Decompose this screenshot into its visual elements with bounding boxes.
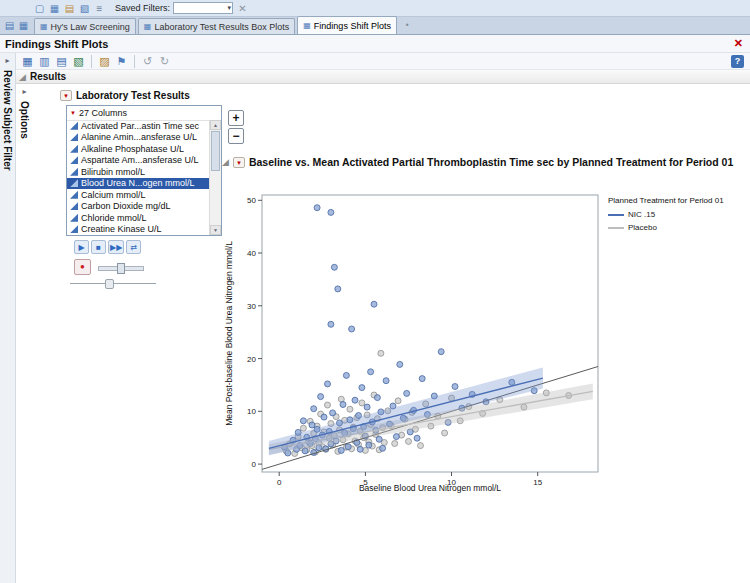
list-item-bilirubin-mmol-l[interactable]: Bilirubin mmol/L — [67, 166, 210, 178]
clear-filter-icon[interactable]: ✕ — [236, 2, 249, 15]
legend-line-swatch — [608, 214, 624, 216]
list-item-creatine-kinase-u-l[interactable]: Creatine Kinase U/L — [67, 224, 210, 236]
toolbar-separator — [134, 55, 135, 68]
window-list-icon[interactable]: ▦ — [17, 19, 30, 32]
continuous-column-icon — [70, 191, 78, 199]
tab-laboratory-test-results-box-plots[interactable]: ▦Laboratory Test Results Box Plots — [138, 18, 295, 34]
dropdown-arrow-icon: ▾ — [228, 4, 233, 12]
expand-options-button[interactable]: ▸ — [22, 87, 26, 96]
svg-text:10: 10 — [247, 407, 256, 416]
column-label: Activated Par...astin Time sec — [81, 121, 199, 131]
list-item-activated-par-astin-time-sec[interactable]: Activated Par...astin Time sec — [67, 120, 210, 132]
continuous-column-icon — [70, 156, 78, 164]
list-item-chloride-mmol-l[interactable]: Chloride mmol/L — [67, 212, 210, 224]
legend-items: NIC .15Placebo — [608, 210, 750, 232]
loop-button[interactable]: ⇄ — [126, 240, 141, 254]
expand-review-filter-button[interactable]: ▸ — [5, 56, 9, 65]
help-icon[interactable]: ? — [731, 55, 744, 68]
column-label: Aspartate Am...ansferase U/L — [81, 155, 199, 165]
review-subject-filter-label: Review Subject Filter — [2, 70, 13, 171]
columns-count-label: 27 Columns — [79, 108, 127, 118]
legend-title: Planned Treatment for Period 01 — [608, 196, 750, 205]
record-button[interactable]: ● — [74, 259, 91, 275]
red-triangle-menu-icon[interactable]: ▼ — [60, 90, 72, 101]
column-list-box: ▼ 27 Columns Activated Par...astin Time … — [66, 105, 222, 236]
animation-controls: ▶■▶▶⇄ — [74, 240, 141, 254]
step-button[interactable]: ▶▶ — [108, 240, 124, 254]
new-window-icon[interactable]: ▢ — [33, 2, 46, 15]
review-subject-filter-panel: ▸ Review Subject Filter — [0, 53, 16, 583]
position-slider[interactable] — [70, 279, 156, 288]
top-toolbar-icons: ▢▦▤▧≡ — [33, 2, 106, 15]
scroll-up-icon[interactable]: ▲ — [210, 120, 221, 130]
chart-title: Baseline vs. Mean Activated Partial Thro… — [249, 156, 733, 168]
report-toolbar-icons: ▦▥▤▧▨⚑↺↻ — [20, 54, 172, 69]
journal-tab-icon[interactable]: ▤ — [3, 19, 16, 32]
column-list: Activated Par...astin Time secAlanine Am… — [67, 120, 210, 235]
journal-icon[interactable]: ▤ — [63, 2, 76, 15]
add-column-button[interactable]: + — [228, 110, 244, 126]
refresh-icon[interactable]: ↻ — [157, 54, 172, 69]
report-tab-icon: ▦ — [144, 22, 152, 31]
svg-text:0: 0 — [252, 460, 257, 469]
scatter-plot[interactable]: 05101501020304050Baseline Blood Urea Nit… — [220, 182, 602, 498]
disclosure-triangle-icon[interactable]: ◢ — [222, 157, 229, 167]
svg-text:15: 15 — [533, 478, 542, 487]
play-button[interactable]: ▶ — [74, 240, 89, 254]
close-button[interactable]: ✕ — [734, 37, 743, 50]
scrollbar-thumb[interactable] — [211, 131, 220, 171]
position-slider-handle[interactable] — [105, 279, 114, 289]
flag-review-icon[interactable]: ⚑ — [114, 54, 129, 69]
disclosure-triangle-icon[interactable]: ◢ — [19, 72, 26, 82]
data-table-icon[interactable]: ▦ — [48, 2, 61, 15]
column-label: Bilirubin mmol/L — [81, 167, 145, 177]
legend-line-swatch — [608, 227, 624, 229]
speed-slider[interactable] — [98, 263, 144, 272]
column-label: Chloride mmol/L — [81, 213, 147, 223]
legend-item-nic-15[interactable]: NIC .15 — [608, 210, 750, 219]
list-item-blood-urea-n-ogen-mmol-l[interactable]: Blood Urea N...ogen mmol/L — [67, 178, 210, 190]
report-tab-icon: ▦ — [40, 22, 48, 31]
notes-icon[interactable]: ▨ — [97, 54, 112, 69]
list-item-carbon-dioxide-mg-dl[interactable]: Carbon Dioxide mg/dL — [67, 201, 210, 213]
data-table-icon[interactable]: ▦ — [20, 54, 35, 69]
saved-filters-dropdown[interactable]: ▾ — [173, 2, 233, 14]
title-bar: Findings Shift Plots ✕ — [0, 35, 750, 53]
excel-export-icon[interactable]: ▧ — [71, 54, 86, 69]
graph-builder-icon[interactable]: ▧ — [78, 2, 91, 15]
chart-outline-header: ◢ ▼ Baseline vs. Mean Activated Partial … — [222, 156, 733, 168]
tab-label: Laboratory Test Results Box Plots — [154, 22, 289, 32]
continuous-column-icon — [70, 179, 78, 187]
plot-legend: Planned Treatment for Period 01 NIC .15P… — [608, 196, 750, 236]
list-item-alanine-amin-ansferase-u-l[interactable]: Alanine Amin...ansferase U/L — [67, 132, 210, 144]
tab-bar: ▤▦ ▦Hy's Law Screening▦Laboratory Test R… — [0, 17, 750, 35]
svg-text:20: 20 — [247, 355, 256, 364]
stop-button[interactable]: ■ — [91, 240, 106, 254]
remove-column-button[interactable]: − — [228, 128, 244, 144]
results-label: Results — [30, 71, 66, 82]
results-outline-header[interactable]: ◢ Results — [16, 70, 750, 84]
list-item-aspartate-am-ansferase-u-l[interactable]: Aspartate Am...ansferase U/L — [67, 155, 210, 167]
red-triangle-menu-icon[interactable]: ▼ — [233, 157, 245, 168]
pin-icon[interactable]: ▪ — [401, 18, 414, 31]
undo-icon[interactable]: ↺ — [140, 54, 155, 69]
animation-controls-row2: ● — [74, 259, 144, 275]
list-item-calcium-mmol-l[interactable]: Calcium mmol/L — [67, 189, 210, 201]
script-icon[interactable]: ≡ — [93, 2, 106, 15]
continuous-column-icon — [70, 133, 78, 141]
red-triangle-menu-icon[interactable]: ▼ — [70, 110, 76, 116]
tab-findings-shift-plots[interactable]: ▦Findings Shift Plots — [297, 16, 397, 34]
saved-filters-label: Saved Filters: — [115, 3, 170, 13]
page-title: Findings Shift Plots — [5, 38, 108, 50]
list-item-alkaline-phosphatase-u-l[interactable]: Alkaline Phosphatase U/L — [67, 143, 210, 155]
legend-item-placebo[interactable]: Placebo — [608, 223, 750, 232]
report-icon[interactable]: ▤ — [54, 54, 69, 69]
tab-hy-s-law-screening[interactable]: ▦Hy's Law Screening — [34, 18, 136, 34]
column-label: Carbon Dioxide mg/dL — [81, 201, 171, 211]
column-list-header[interactable]: ▼ 27 Columns — [67, 106, 221, 121]
tab-left-icons: ▤▦ — [3, 19, 30, 32]
summary-icon[interactable]: ▥ — [37, 54, 52, 69]
continuous-column-icon — [70, 225, 78, 233]
speed-slider-handle[interactable] — [117, 263, 125, 274]
tab-label: Hy's Law Screening — [51, 22, 130, 32]
